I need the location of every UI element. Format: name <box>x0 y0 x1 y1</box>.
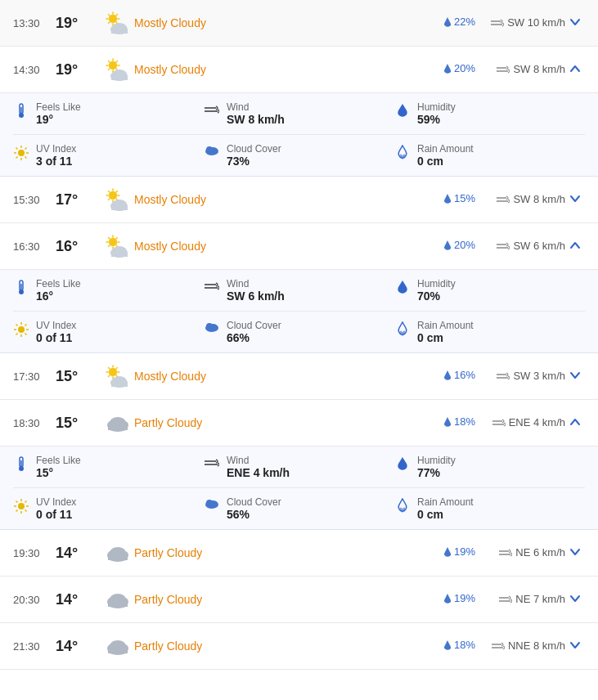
svg-line-73 <box>109 238 110 240</box>
humidity-content: Humidity 70% <box>417 278 456 303</box>
time-label: 17:30 <box>13 370 56 383</box>
humidity-content: Humidity 77% <box>417 455 456 479</box>
condition-label: Mostly Cloudy <box>134 193 428 206</box>
svg-line-43 <box>25 157 27 159</box>
wind-content: Wind SW 8 km/h <box>227 101 285 126</box>
wind-content: Wind SW 6 km/h <box>227 278 285 303</box>
condition-label: Mostly Cloudy <box>134 16 428 29</box>
wind-detail-value: SW 6 km/h <box>227 289 285 303</box>
svg-line-109 <box>109 368 110 370</box>
weather-icon <box>98 538 134 568</box>
svg-line-60 <box>116 191 118 193</box>
weather-icon <box>98 8 134 38</box>
svg-rect-13 <box>111 29 128 34</box>
cloud-content: Cloud Cover 73% <box>227 143 281 168</box>
rain-percent: 19% <box>428 592 475 606</box>
svg-line-57 <box>109 191 110 193</box>
wind-detail-value: ENE 4 km/h <box>227 466 290 479</box>
temperature: 19° <box>56 61 98 79</box>
cloud-cover-icon <box>204 321 220 336</box>
detail-row-feels-wind-humidity: Feels Like 16° Wind SW 6 km/h Humidity <box>13 270 585 312</box>
wind-cell: Wind ENE 4 km/h <box>204 455 394 479</box>
rain-percent: 15% <box>428 192 475 206</box>
rain-drop-icon <box>443 593 452 607</box>
wind-icon <box>492 640 505 653</box>
humidity-value: 59% <box>417 113 456 126</box>
detail-row-uv-cloud-rain: UV Index 3 of 11 Cloud Cover 73% Rain Am… <box>13 135 585 176</box>
weather-row[interactable]: 19:30 14° Partly Cloudy 19% NE 6 km/h <box>0 530 598 577</box>
svg-line-97 <box>25 325 27 326</box>
cloud-content: Cloud Cover 56% <box>227 496 281 521</box>
wind-content: Wind ENE 4 km/h <box>227 455 290 479</box>
chevron-down-icon[interactable] <box>565 370 585 384</box>
svg-rect-81 <box>111 253 128 257</box>
svg-line-42 <box>16 148 18 150</box>
temperature: 15° <box>56 415 98 432</box>
feels-like-cell: Feels Like 15° <box>13 455 204 479</box>
chevron-up-icon[interactable] <box>565 240 585 254</box>
rain-amount-content: Rain Amount 0 cm <box>417 496 474 521</box>
cloud-cell: Cloud Cover 56% <box>204 496 394 521</box>
rain-drop-icon <box>443 63 452 77</box>
wind-icon <box>497 370 510 383</box>
chevron-down-icon[interactable] <box>565 546 585 560</box>
uv-label: UV Index <box>36 143 76 155</box>
weather-row[interactable]: 16:30 16° Mostly Cloudy 20% SW 6 km/h <box>0 223 598 270</box>
chevron-down-icon[interactable] <box>565 639 585 653</box>
svg-line-112 <box>116 368 118 370</box>
wind-detail-label: Wind <box>227 455 290 466</box>
svg-point-132 <box>18 503 25 509</box>
weather-icon <box>98 231 134 261</box>
weather-row[interactable]: 20:30 14° Partly Cloudy 19% NE 7 km/h <box>0 577 598 623</box>
uv-icon <box>13 145 29 164</box>
rain-percent: 18% <box>428 415 475 429</box>
rain-drop-icon <box>443 370 452 384</box>
chevron-down-icon[interactable] <box>565 193 585 207</box>
svg-line-94 <box>16 325 18 326</box>
thermometer-icon <box>13 103 29 123</box>
rain-amount-cell: Rain Amount 0 cm <box>394 143 585 168</box>
humidity-icon <box>394 280 411 298</box>
chevron-down-icon[interactable] <box>565 16 585 30</box>
svg-line-138 <box>25 510 27 512</box>
wind-icon <box>497 64 510 76</box>
rain-drop-icon <box>443 193 452 207</box>
svg-line-58 <box>116 199 118 200</box>
feels-like-label: Feels Like <box>36 455 81 466</box>
rain-drop-icon <box>443 639 452 653</box>
weather-row[interactable]: 17:30 15° Mostly Cloudy 16% SW 3 km/h <box>0 353 598 400</box>
cloud-cover-icon <box>204 145 220 159</box>
svg-line-21 <box>109 61 110 63</box>
weather-row[interactable]: 15:30 17° Mostly Cloudy 15% SW 8 km/h <box>0 177 598 223</box>
weather-row[interactable]: 13:30 19° Mostly Cloudy 22% SW 10 km/h <box>0 0 598 47</box>
wind-label: SW 8 km/h <box>475 193 565 206</box>
wind-label: ENE 4 km/h <box>475 416 565 429</box>
feels-like-content: Feels Like 16° <box>36 278 81 303</box>
rain-percent: 22% <box>428 16 475 29</box>
uv-cell: UV Index 0 of 11 <box>13 496 204 521</box>
wind-label: SW 10 km/h <box>475 16 565 29</box>
detail-row-feels-wind-humidity: Feels Like 19° Wind SW 8 km/h Humidity <box>13 93 585 135</box>
wind-icon <box>497 240 510 253</box>
wind-icon <box>491 17 504 29</box>
chevron-down-icon[interactable] <box>565 593 585 607</box>
chevron-up-icon[interactable] <box>565 63 585 77</box>
uv-value: 0 of 11 <box>36 331 76 344</box>
cloud-cell: Cloud Cover 73% <box>204 143 394 168</box>
svg-line-7 <box>109 22 110 24</box>
uv-cell: UV Index 0 of 11 <box>13 320 204 344</box>
wind-detail-icon <box>204 280 220 294</box>
chevron-up-icon[interactable] <box>565 416 585 430</box>
feels-like-label: Feels Like <box>36 101 81 113</box>
weather-icon <box>98 408 134 438</box>
uv-value: 3 of 11 <box>36 155 76 168</box>
svg-rect-165 <box>108 648 128 653</box>
svg-point-143 <box>212 501 218 507</box>
rain-amount-icon <box>394 321 411 339</box>
weather-row[interactable]: 18:30 15° Partly Cloudy 18% ENE 4 km/h <box>0 400 598 446</box>
weather-row[interactable]: 14:30 19° Mostly Cloudy 20% SW 8 km/h <box>0 47 598 93</box>
weather-icon <box>98 55 134 84</box>
humidity-label: Humidity <box>417 101 456 113</box>
wind-label: NE 6 km/h <box>475 546 565 559</box>
weather-row[interactable]: 21:30 14° Partly Cloudy 18% NNE 8 km/h <box>0 623 598 670</box>
